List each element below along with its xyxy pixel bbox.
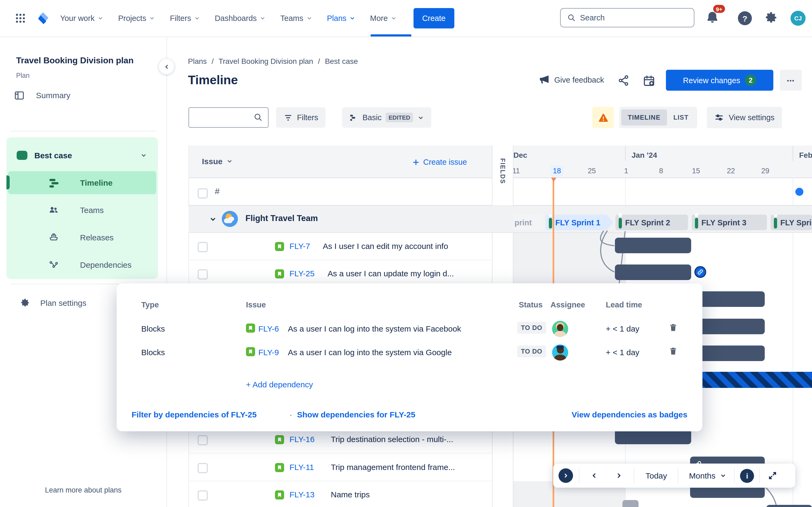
- info-button[interactable]: i: [740, 469, 754, 483]
- view-toggle: TIMELINE LIST: [619, 107, 697, 128]
- add-dependency-link[interactable]: + Add dependency: [246, 380, 313, 389]
- nav-teams[interactable]: Teams: [280, 14, 312, 22]
- sidebar-item-teams[interactable]: Teams: [6, 198, 158, 222]
- select-all-checkbox[interactable]: [198, 188, 208, 199]
- create-issue-button[interactable]: Create issue: [412, 158, 467, 166]
- share-icon[interactable]: [618, 74, 629, 87]
- row-checkbox[interactable]: [198, 269, 208, 280]
- add-to-calendar-icon[interactable]: [643, 74, 655, 87]
- breadcrumb-plan-name[interactable]: Travel Booking Division plan: [218, 57, 313, 65]
- issue-key[interactable]: FLY-9: [258, 348, 279, 357]
- sidebar-item-dependencies[interactable]: Dependencies: [6, 253, 158, 276]
- filters-button[interactable]: Filters: [276, 107, 326, 128]
- chevron-down-icon: [226, 158, 233, 165]
- tab-timeline[interactable]: TIMELINE: [621, 109, 667, 125]
- warning-button[interactable]: [592, 107, 614, 128]
- issue-key[interactable]: FLY-11: [290, 462, 314, 471]
- plan-subtitle: Plan: [16, 72, 30, 79]
- issue-key[interactable]: FLY-6: [258, 324, 279, 333]
- dependency-count-badge[interactable]: [694, 266, 706, 278]
- story-icon: [275, 269, 284, 278]
- issue-title: As I user I can edit my account info: [323, 241, 448, 250]
- learn-more-link[interactable]: Learn more about plans: [0, 486, 166, 494]
- page-title: Timeline: [188, 73, 238, 88]
- nav-your-work[interactable]: Your work: [60, 14, 104, 22]
- sidebar-item-releases[interactable]: Releases: [6, 225, 158, 249]
- row-checkbox[interactable]: [198, 242, 208, 252]
- timeline-label: Timeline: [80, 178, 112, 187]
- row-checkbox[interactable]: [198, 435, 208, 445]
- delete-dependency-icon[interactable]: [669, 323, 678, 332]
- zoom-level-dropdown[interactable]: Months: [689, 471, 727, 480]
- create-button[interactable]: Create: [413, 8, 454, 29]
- date-tick: 22: [724, 167, 738, 175]
- sidebar-item-timeline[interactable]: Timeline: [8, 171, 156, 194]
- settings-gear-icon[interactable]: [765, 11, 779, 25]
- nav-more[interactable]: More: [370, 14, 397, 22]
- tab-list[interactable]: LIST: [667, 109, 695, 125]
- nav-dashboards[interactable]: Dashboards: [215, 14, 266, 22]
- nav-projects[interactable]: Projects: [118, 14, 155, 22]
- sidebar-item-plan-settings[interactable]: Plan settings: [40, 298, 87, 307]
- give-feedback-button[interactable]: Give feedback: [539, 74, 604, 85]
- delete-dependency-icon[interactable]: [669, 347, 678, 356]
- search-input[interactable]: Search: [560, 8, 694, 27]
- gantt-bar-next-row[interactable]: [766, 505, 812, 507]
- nav-filters[interactable]: Filters: [170, 14, 200, 22]
- more-actions-button[interactable]: •••: [780, 70, 802, 91]
- skip-forward-button[interactable]: [559, 468, 573, 483]
- gantt-bar-fly-16[interactable]: [615, 429, 691, 444]
- timeline-search-input[interactable]: [189, 107, 268, 128]
- edited-badge: EDITED: [386, 113, 413, 122]
- next-button[interactable]: [615, 471, 623, 480]
- month-dec: Dec: [513, 151, 527, 159]
- gantt-bar-fly-25[interactable]: [615, 265, 691, 280]
- issue-title: As a user I can update my login d...: [327, 269, 454, 278]
- issue-key[interactable]: FLY-25: [290, 269, 314, 278]
- nav-plans[interactable]: Plans: [327, 14, 356, 22]
- row-checkbox[interactable]: [198, 463, 208, 473]
- aggregate-striped-bar[interactable]: [690, 372, 812, 388]
- collapse-group-icon[interactable]: [209, 215, 217, 223]
- plan-title: Travel Booking Division plan: [16, 56, 134, 65]
- assignee-avatar[interactable]: [552, 321, 568, 337]
- status-badge: TO DO: [517, 345, 546, 357]
- breadcrumb-plans[interactable]: Plans: [188, 57, 207, 65]
- fullscreen-icon[interactable]: [768, 471, 777, 480]
- issue-key[interactable]: FLY-7: [290, 241, 310, 250]
- link-separator: ·: [290, 410, 292, 419]
- date-tick-today: 18: [551, 165, 563, 176]
- app-switcher-icon[interactable]: [14, 12, 26, 24]
- assignee-avatar[interactable]: [552, 344, 568, 360]
- view-dependencies-as-badges-link[interactable]: View dependencies as badges: [572, 410, 688, 419]
- issue-title: Trip destination selection - multi-...: [331, 435, 453, 444]
- scenario-best-case[interactable]: Best case: [6, 144, 158, 167]
- team-avatar: [222, 211, 238, 227]
- issue-key[interactable]: FLY-13: [290, 490, 314, 499]
- view-settings-button[interactable]: View settings: [707, 107, 782, 128]
- jira-logo[interactable]: [36, 11, 50, 26]
- help-icon[interactable]: ?: [738, 11, 752, 25]
- issue-column-header[interactable]: Issue: [202, 157, 233, 166]
- prev-button[interactable]: [590, 471, 598, 480]
- chevron-down-icon: [417, 114, 424, 121]
- gantt-bar-fly-7[interactable]: [615, 238, 691, 253]
- today-button[interactable]: Today: [646, 471, 667, 480]
- user-avatar[interactable]: CJ: [791, 11, 806, 26]
- search-icon: [567, 13, 576, 22]
- show-dependencies-link[interactable]: Show dependencies for FLY-25: [297, 410, 415, 419]
- breadcrumb-best-case[interactable]: Best case: [325, 57, 358, 65]
- chevron-down-icon[interactable]: [140, 152, 147, 159]
- filter-by-dependencies-link[interactable]: Filter by dependencies of FLY-25: [132, 410, 257, 419]
- row-checkbox[interactable]: [198, 490, 208, 501]
- timeline-marker-dot[interactable]: [795, 188, 803, 196]
- view-mode-dropdown[interactable]: Basic EDITED: [342, 107, 431, 128]
- date-tick: 29: [759, 167, 772, 175]
- sidebar-collapse-button[interactable]: [158, 58, 174, 74]
- sidebar-item-summary[interactable]: Summary: [36, 91, 70, 100]
- review-changes-button[interactable]: Review changes 2: [666, 70, 773, 91]
- issue-title: As a user I can log into the system via …: [288, 348, 452, 357]
- hash-label: #: [215, 187, 220, 196]
- issue-key[interactable]: FLY-16: [290, 435, 314, 444]
- fields-tab[interactable]: FIELDS: [499, 158, 506, 184]
